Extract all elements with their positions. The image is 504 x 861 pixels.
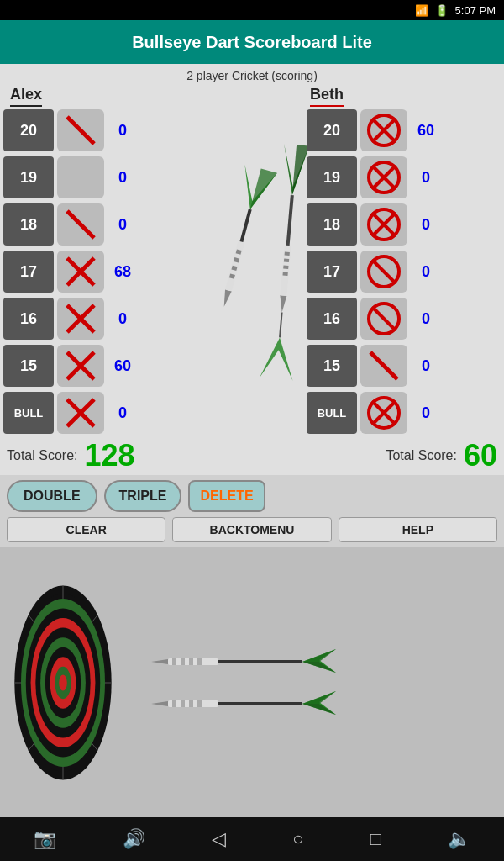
subtitle: 2 player Cricket (scoring) — [0, 64, 504, 84]
svg-marker-76 — [151, 701, 168, 706]
alex-mark-15[interactable] — [57, 345, 104, 387]
beth-num-20: 20 — [307, 109, 357, 151]
total-section: Total Score: 128 Total Score: 60 — [0, 436, 504, 475]
beth-mark-16[interactable] — [360, 298, 407, 340]
svg-rect-22 — [284, 259, 289, 263]
svg-rect-21 — [285, 252, 290, 256]
alex-score-20: 0 — [108, 122, 138, 140]
svg-line-28 — [280, 313, 282, 338]
dart-group — [151, 649, 386, 716]
beth-mark-20[interactable] — [360, 109, 407, 151]
svg-marker-19 — [279, 295, 287, 313]
alex-total-block: Total Score: 128 — [7, 438, 135, 473]
alex-num-18: 18 — [3, 203, 54, 246]
dartboard-area — [0, 547, 504, 817]
svg-marker-75 — [302, 662, 336, 673]
beth-header: Beth — [307, 86, 497, 107]
beth-num-18: 18 — [307, 203, 357, 246]
help-button[interactable]: HELP — [339, 517, 497, 542]
svg-marker-29 — [260, 336, 297, 381]
beth-column: 20 60 19 — [307, 107, 501, 436]
alex-mark-17[interactable] — [57, 251, 104, 293]
text-buttons-row: CLEAR BACKTOMENU HELP — [0, 517, 504, 547]
beth-num-16: 16 — [307, 298, 357, 340]
svg-line-0 — [67, 117, 94, 144]
svg-rect-78 — [172, 700, 176, 707]
svg-rect-24 — [282, 272, 287, 276]
dart-1 — [151, 649, 386, 674]
alex-column: 20 0 19 0 18 0 17 — [3, 107, 197, 436]
alex-row-20[interactable]: 20 0 — [3, 109, 197, 151]
beth-score-bull: 0 — [411, 404, 441, 422]
dart-2 — [151, 691, 386, 716]
alex-score-bull: 0 — [108, 404, 138, 422]
delete-button[interactable]: DELETE — [188, 480, 265, 512]
alex-score-15: 60 — [108, 357, 138, 375]
wifi-icon: 📶 — [415, 4, 428, 17]
alex-mark-16[interactable] — [57, 298, 104, 340]
beth-mark-bull[interactable] — [360, 392, 407, 434]
back-to-menu-button[interactable]: BACKTOMENU — [172, 517, 331, 542]
alex-row-bull[interactable]: BULL 0 — [3, 392, 197, 434]
alex-mark-bull[interactable] — [57, 392, 104, 434]
double-button[interactable]: DOUBLE — [7, 480, 97, 512]
beth-row-bull[interactable]: BULL 0 — [307, 392, 501, 434]
beth-mark-19[interactable] — [360, 156, 407, 198]
beth-row-18[interactable]: 18 0 — [307, 203, 501, 246]
time-display: 5:07 PM — [455, 4, 496, 17]
speaker-icon[interactable]: 🔈 — [448, 828, 470, 850]
svg-marker-84 — [302, 691, 336, 704]
triple-button[interactable]: TRIPLE — [104, 480, 182, 512]
beth-total-score: 60 — [464, 438, 497, 473]
alex-mark-19[interactable] — [57, 156, 104, 198]
buttons-row: DOUBLE TRIPLE DELETE — [0, 475, 504, 517]
alex-row-17[interactable]: 17 68 — [3, 251, 197, 293]
beth-row-16[interactable]: 16 0 — [307, 298, 501, 340]
recents-icon[interactable]: □ — [370, 828, 381, 850]
svg-line-43 — [370, 352, 397, 379]
alex-mark-18[interactable] — [57, 203, 104, 246]
svg-point-57 — [59, 674, 67, 690]
status-bar: 📶 🔋 5:07 PM — [0, 0, 504, 20]
svg-rect-82 — [218, 702, 302, 705]
svg-rect-25 — [286, 195, 294, 246]
score-columns: 20 0 19 0 18 0 17 — [0, 107, 504, 436]
alex-row-16[interactable]: 16 0 — [3, 298, 197, 340]
svg-rect-23 — [283, 265, 288, 269]
alex-num-bull: BULL — [3, 392, 54, 434]
svg-rect-68 — [172, 658, 176, 665]
beth-num-15: 15 — [307, 345, 357, 387]
beth-mark-17[interactable] — [360, 251, 407, 293]
home-icon[interactable]: ○ — [292, 828, 303, 850]
beth-total-label: Total Score: — [386, 448, 456, 463]
alex-mark-20[interactable] — [57, 109, 104, 151]
beth-score-20: 60 — [411, 122, 441, 140]
beth-row-17[interactable]: 17 0 — [307, 251, 501, 293]
volume-icon[interactable]: 🔊 — [123, 828, 145, 850]
svg-line-1 — [67, 211, 94, 238]
back-icon[interactable]: ◁ — [212, 828, 226, 850]
beth-score-19: 0 — [411, 169, 441, 187]
svg-marker-18 — [250, 169, 277, 214]
clear-button[interactable]: CLEAR — [7, 517, 165, 542]
beth-mark-18[interactable] — [360, 203, 407, 246]
alex-score-16: 0 — [108, 310, 138, 328]
beth-score-15: 0 — [411, 357, 441, 375]
camera-icon[interactable]: 📷 — [34, 828, 56, 850]
beth-mark-15[interactable] — [360, 345, 407, 387]
alex-total-score: 128 — [84, 438, 134, 473]
beth-row-20[interactable]: 20 60 — [307, 109, 501, 151]
alex-row-15[interactable]: 15 60 — [3, 345, 197, 387]
beth-score-16: 0 — [411, 310, 441, 328]
svg-line-40 — [372, 260, 396, 283]
beth-row-15[interactable]: 15 0 — [307, 345, 501, 387]
svg-rect-11 — [225, 240, 244, 291]
svg-marker-27 — [292, 145, 307, 196]
beth-row-19[interactable]: 19 0 — [307, 156, 501, 198]
app-header: Bullseye Dart Scoreboard Lite — [0, 20, 504, 64]
alex-row-18[interactable]: 18 0 — [3, 203, 197, 246]
beth-num-bull: BULL — [307, 392, 357, 434]
alex-row-19[interactable]: 19 0 — [3, 156, 197, 198]
center-darts — [197, 107, 307, 436]
svg-rect-70 — [189, 658, 193, 665]
